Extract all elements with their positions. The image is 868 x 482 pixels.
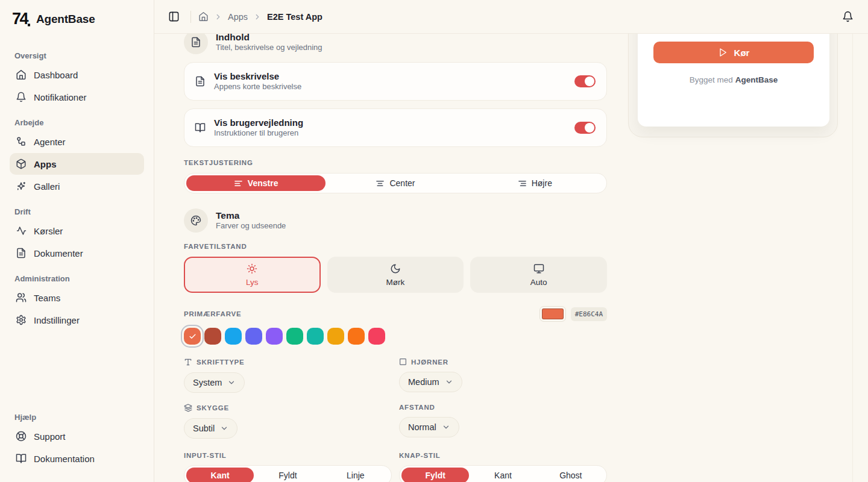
align-left-icon	[234, 179, 243, 188]
color-swatch[interactable]	[184, 328, 201, 345]
color-swatch[interactable]	[368, 328, 385, 345]
primary-color-hex: #E86C4A	[571, 307, 607, 321]
color-swatch[interactable]	[307, 328, 324, 345]
chevron-down-icon	[227, 378, 236, 387]
mode-option-label: Mørk	[386, 278, 405, 287]
breadcrumb-parent[interactable]: Apps	[228, 12, 248, 22]
sidebar-item-agenter[interactable]: Agenter	[10, 131, 144, 152]
type-icon	[184, 358, 192, 366]
color-swatch[interactable]	[348, 328, 365, 345]
primary-color-chip	[542, 308, 564, 319]
sidebar-item-label: Indstillinger	[34, 315, 80, 325]
button-style-option-ghost[interactable]: Ghost	[537, 468, 605, 482]
section-tema: Tema Farver og udseende	[184, 208, 607, 233]
spacing-select[interactable]: Normal	[399, 417, 459, 437]
input-style-control: Kant Fyldt Linje	[184, 465, 392, 482]
chevron-down-icon	[442, 423, 450, 431]
color-swatch[interactable]	[286, 328, 303, 345]
toggle-vis-beskrivelse[interactable]	[574, 75, 596, 87]
mode-option-mork[interactable]: Mørk	[327, 257, 464, 293]
text-align-control: Venstre Center Højre	[184, 173, 607, 193]
chevron-right-icon	[253, 13, 262, 21]
field-afstand: AFSTAND Normal	[399, 393, 607, 439]
font-label: SKRIFTTYPE	[197, 358, 245, 366]
sidebar-item-dokumenter[interactable]: Dokumenter	[10, 242, 144, 264]
mode-option-auto[interactable]: Auto	[470, 257, 607, 293]
run-button[interactable]: Kør	[653, 42, 814, 63]
square-icon	[399, 358, 407, 366]
book-open-icon	[195, 122, 206, 133]
sidebar-item-dokumentation[interactable]: Dokumentation	[10, 448, 144, 469]
field-input-stil: INPUT-STIL Kant Fyldt Linje	[184, 441, 392, 482]
nav-section-oversigt: Oversigt Dashboard Notifikationer	[10, 42, 144, 108]
nav-section-label: Drift	[14, 207, 139, 216]
sidebar-item-label: Apps	[34, 159, 57, 169]
color-swatch[interactable]	[204, 328, 221, 345]
built-with: Bygget med AgentBase	[653, 75, 814, 84]
nav-section-label: Arbejde	[14, 118, 139, 127]
color-swatch[interactable]	[245, 328, 262, 345]
align-right-icon	[518, 179, 527, 188]
segment-label: Kant	[211, 471, 230, 480]
input-style-option-fyldt[interactable]: Fyldt	[254, 468, 321, 482]
nav-section-label: Oversigt	[14, 51, 139, 60]
sidebar-item-dashboard[interactable]: Dashboard	[10, 64, 144, 86]
spacing-label: AFSTAND	[399, 404, 435, 411]
input-style-option-kant[interactable]: Kant	[186, 468, 254, 482]
palette-icon	[190, 215, 201, 226]
app-preview-frame: Kør Bygget med AgentBase	[628, 34, 838, 137]
shadow-select-value: Subtil	[193, 424, 215, 433]
breadcrumb-current: E2E Test App	[267, 12, 322, 22]
color-swatch[interactable]	[266, 328, 283, 345]
section-subtitle: Titel, beskrivelse og vejledning	[216, 43, 322, 53]
gear-icon	[16, 315, 27, 325]
app-logo: 74 AgentBase	[10, 11, 144, 27]
logo-mark: 74	[12, 10, 30, 27]
sidebar-item-korsler[interactable]: Kørsler	[10, 220, 144, 242]
sidebar-item-support[interactable]: Support	[10, 425, 144, 447]
panel-left-icon	[168, 11, 180, 22]
monitor-icon	[533, 263, 544, 274]
sidebar-item-notifikationer[interactable]: Notifikationer	[10, 86, 144, 108]
align-option-center[interactable]: Center	[326, 175, 465, 191]
mode-option-lys[interactable]: Lys	[184, 257, 321, 293]
sidebar-item-label: Dokumenter	[34, 248, 83, 258]
sidebar-item-teams[interactable]: Teams	[10, 287, 144, 308]
nav-section-label: Hjælp	[14, 413, 139, 422]
field-knap-stil: KNAP-STIL Fyldt Kant Ghost	[399, 441, 607, 482]
section-title: Indhold	[216, 34, 322, 43]
section-badge	[184, 34, 208, 54]
run-button-label: Kør	[734, 48, 750, 58]
color-chip-frame	[539, 306, 566, 322]
sidebar-item-galleri[interactable]: Galleri	[10, 175, 144, 197]
home-icon[interactable]	[198, 11, 209, 22]
chevron-right-icon	[214, 13, 222, 21]
input-style-option-linje[interactable]: Linje	[322, 468, 389, 482]
button-style-option-kant[interactable]: Kant	[469, 468, 536, 482]
field-skrifttype: SKRIFTTYPE System	[184, 347, 392, 393]
sidebar-item-label: Dokumentation	[34, 454, 95, 464]
align-center-icon	[376, 179, 385, 188]
layers-icon	[184, 404, 192, 412]
align-option-venstre[interactable]: Venstre	[186, 175, 326, 191]
package-icon	[16, 158, 27, 169]
font-select[interactable]: System	[184, 372, 245, 393]
color-swatch[interactable]	[327, 328, 344, 345]
align-option-hojre[interactable]: Højre	[465, 175, 605, 191]
sidebar-item-label: Kørsler	[34, 226, 63, 236]
notifications-button[interactable]	[838, 7, 857, 27]
sidebar-item-indstillinger[interactable]: Indstillinger	[10, 309, 144, 331]
section-indhold: Indhold Titel, beskrivelse og vejledning	[184, 34, 607, 54]
bell-icon	[842, 11, 854, 22]
color-mode-label: FARVETILSTAND	[184, 243, 607, 250]
nav-section-drift: Drift Kørsler Dokumenter	[10, 198, 144, 264]
toggle-vis-brugervejledning[interactable]	[574, 122, 596, 134]
shadow-select[interactable]: Subtil	[184, 418, 237, 439]
sidebar-item-apps[interactable]: Apps	[10, 153, 144, 175]
button-style-option-fyldt[interactable]: Fyldt	[401, 468, 469, 482]
sidebar-toggle-button[interactable]	[164, 7, 183, 27]
corners-select[interactable]: Medium	[399, 372, 462, 392]
mode-option-label: Auto	[530, 278, 547, 287]
color-swatch[interactable]	[225, 328, 242, 345]
color-swatches	[184, 328, 607, 345]
